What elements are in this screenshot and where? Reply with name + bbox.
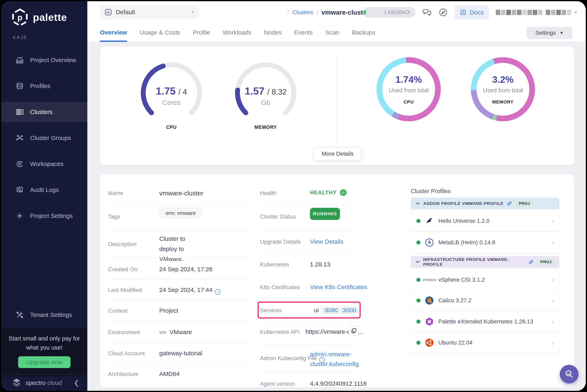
divider	[260, 298, 357, 299]
usage-indicator-dot	[363, 10, 366, 15]
tab-usage-costs[interactable]: Usage & Costs	[140, 24, 180, 42]
tab-backups[interactable]: Backups	[352, 24, 375, 42]
memory-used-pct: 3.2%	[492, 74, 514, 85]
scope-badge: PROJ	[537, 258, 555, 266]
memory-donut-caption: Used from total	[483, 87, 523, 94]
status-dot	[416, 320, 420, 324]
tab-overview[interactable]: Overview	[100, 24, 127, 42]
profile-layer-ubuntu[interactable]: Ubuntu 22.04 ›	[411, 332, 559, 353]
pxk-icon	[425, 317, 434, 326]
brand-spectro: spectro	[26, 380, 46, 386]
tab-scan[interactable]: Scan	[325, 24, 339, 42]
profile-layer-name: MetalLB (Helm) 0.14.8	[438, 239, 495, 246]
chevron-down-icon: ▼	[559, 31, 564, 35]
copy-button[interactable]	[349, 326, 359, 336]
divider	[260, 230, 357, 230]
cluster-status-badge: RUNNING	[310, 208, 340, 220]
divider	[108, 258, 251, 258]
architecture-label: Architecture	[108, 371, 138, 378]
project-selector[interactable]: Default ▾	[100, 5, 199, 19]
infrastructure-profile-name: INFRASTRUCTURE PROFILE VMWARE-PROFILE	[423, 257, 525, 267]
sidebar-item-project-settings[interactable]: Project Settings	[1, 206, 87, 226]
chevron-down-icon	[416, 260, 420, 264]
search-fab-button[interactable]	[560, 365, 578, 384]
docs-button[interactable]: Docs	[455, 6, 489, 19]
cluster-groups-icon	[16, 134, 24, 142]
cpu-total-value: / 4	[178, 88, 187, 96]
ubuntu-icon	[425, 338, 434, 347]
view-k8s-certificates-link[interactable]: View K8s Certificates	[310, 284, 367, 290]
chevron-down-icon: ▾	[574, 10, 577, 15]
profile-layer-vsphere-csi[interactable]: vmware vSphere CSI 3.1.2 ›	[411, 270, 559, 290]
sidebar-item-cluster-groups[interactable]: Cluster Groups	[1, 128, 87, 148]
sidebar-item-profiles[interactable]: Profiles	[1, 76, 87, 96]
tag-env-vmware[interactable]: env: vmware	[159, 208, 202, 218]
sidebar-item-label: Profiles	[30, 82, 50, 90]
divider	[108, 279, 251, 280]
hello-universe-icon	[425, 216, 434, 226]
context-value: Project	[159, 307, 178, 314]
sidebar-item-label: Project Overview	[30, 56, 76, 64]
tab-events[interactable]: Events	[294, 24, 313, 42]
sidebar-footer: spectro cloud ❮	[1, 374, 87, 391]
health-value: HEALTHY✓	[310, 189, 347, 196]
breadcrumb-clusters[interactable]: Clusters	[292, 9, 313, 16]
usage-quota-value: 1.43/100kCh	[384, 10, 410, 15]
tab-workloads[interactable]: Workloads	[223, 24, 251, 42]
chat-icon[interactable]	[422, 8, 432, 17]
palette-logo: p palette	[12, 8, 67, 26]
chevron-right-icon: ›	[552, 296, 554, 305]
divider	[260, 345, 357, 345]
health-label: Health	[260, 190, 276, 196]
last-modified-value: 24 Sep 2024, 17:44i	[159, 286, 221, 294]
tab-profile[interactable]: Profile	[193, 24, 210, 42]
page-title: vmware-cluster	[321, 9, 369, 16]
breadcrumb: / Clusters / vmware-cluster	[287, 1, 369, 24]
name-value: vmware-cluster	[159, 190, 203, 197]
profile-layer-hello-universe[interactable]: Hello Universe 1.2.0 ›	[411, 210, 559, 231]
profile-layer-name: Calico 3.27.2	[438, 297, 471, 304]
infrastructure-profile-header[interactable]: INFRASTRUCTURE PROFILE VMWARE-PROFILE PR…	[411, 256, 559, 268]
upgrade-now-button[interactable]: Upgrade now	[18, 356, 71, 368]
cloud-account-value: gateway-tutorial	[159, 350, 202, 357]
cluster-profiles-title: Cluster Profiles	[411, 188, 451, 194]
main-content: 1.75 / 4 Cores CPU 1.57 / 8.32 Gb MEMORY	[87, 42, 586, 391]
profile-layer-name: Hello Universe 1.2.0	[438, 218, 489, 224]
profile-layer-palette-extended-kubernetes[interactable]: Palette eXtended Kubernetes 1.28.13 ›	[411, 311, 559, 332]
sidebar-nav: Project Overview Profiles Clusters Clust…	[1, 50, 87, 232]
divider	[108, 342, 251, 343]
addon-profile-header[interactable]: ADDON PROFILE VMWARE-PROFILE PROJ	[411, 198, 559, 210]
divider	[108, 300, 251, 300]
sidebar-item-clusters[interactable]: Clusters	[1, 102, 87, 122]
cpu-donut-label: CPU	[404, 100, 414, 105]
last-modified-label: Last Modified	[108, 287, 142, 294]
link-icon	[528, 259, 534, 264]
sidebar-collapse-icon[interactable]: ❮	[74, 379, 79, 386]
addon-profile-name: ADDON PROFILE VMWARE-PROFILE	[423, 201, 503, 206]
calico-icon	[425, 296, 434, 305]
view-details-link[interactable]: View Details	[310, 238, 344, 245]
admin-kubeconfig-link[interactable]: admin.vmware-cluster.kubeconfig	[310, 350, 359, 369]
cluster-status-label: Cluster Status	[260, 214, 296, 220]
more-details-button[interactable]: More Details	[314, 147, 361, 160]
usage-quota-pill[interactable]: 1.43/100kCh	[363, 7, 415, 18]
status-dot	[416, 240, 420, 244]
profile-layer-calico[interactable]: Calico 3.27.2 ›	[411, 290, 559, 311]
tab-nodes[interactable]: Nodes	[264, 24, 282, 42]
compass-icon[interactable]	[439, 8, 448, 17]
sidebar-item-audit-logs[interactable]: Audit Logs	[1, 180, 87, 200]
profile-layer-metallb[interactable]: MetalLB (Helm) 0.14.8 ›	[411, 232, 559, 253]
chevron-right-icon: ›	[552, 317, 554, 326]
sidebar-item-tenant-settings[interactable]: Tenant Settings	[1, 305, 87, 325]
chevron-right-icon: ›	[552, 238, 554, 247]
chevron-right-icon: ›	[552, 276, 554, 284]
copy-icon	[351, 328, 356, 333]
info-icon[interactable]: i	[215, 289, 221, 294]
user-menu[interactable]: ▾	[496, 10, 577, 15]
settings-button[interactable]: Settings ▼	[526, 27, 572, 39]
sidebar-item-workspaces[interactable]: Workspaces	[1, 154, 87, 174]
metrics-card: 1.75 / 4 Cores CPU 1.57 / 8.32 Gb MEMORY	[100, 47, 574, 165]
sidebar-item-project-overview[interactable]: Project Overview	[1, 50, 87, 70]
app-window: p palette 4.4.19 Project Overview Profil…	[1, 1, 586, 391]
context-label: Context	[108, 308, 128, 314]
